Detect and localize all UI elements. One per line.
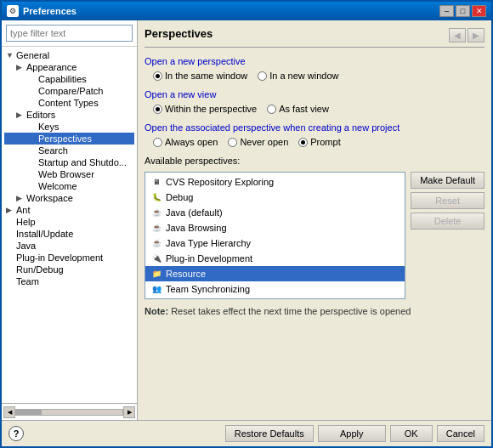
- apply-button[interactable]: Apply: [318, 425, 386, 442]
- list-item-cvs[interactable]: 🖥 CVS Repository Exploring: [145, 174, 405, 190]
- note-section: Note: Reset takes effect the next time t…: [144, 306, 484, 316]
- bottom-left: ?: [8, 426, 24, 441]
- tree-item-appearance[interactable]: ▶ Appearance: [4, 61, 134, 73]
- tree-item-search-label: Search: [38, 145, 68, 156]
- tree-item-editors[interactable]: ▶ Editors: [4, 109, 134, 121]
- radio-prompt-label: Prompt: [310, 137, 340, 147]
- tree-item-content-label: Content Types: [38, 98, 99, 108]
- tree-item-workspace[interactable]: ▶ Workspace: [4, 192, 134, 204]
- debug-icon: 🐛: [150, 191, 162, 203]
- java-label: Java (default): [166, 207, 223, 218]
- nav-arrows: ◀ ▶: [449, 28, 484, 43]
- list-item-plugin-dev[interactable]: 🔌 Plug-in Development: [145, 251, 405, 266]
- radio-always-label: Always open: [165, 137, 218, 147]
- radio-prompt[interactable]: Prompt: [298, 137, 340, 147]
- radio-never-btn[interactable]: [228, 138, 237, 147]
- group2-label: Open a new view: [144, 89, 484, 99]
- radio-within[interactable]: Within the perspective: [153, 104, 257, 114]
- radio-new-window-btn[interactable]: [258, 71, 267, 81]
- ok-button[interactable]: OK: [390, 425, 433, 442]
- tree-item-team[interactable]: Team: [4, 275, 134, 287]
- list-item-java-browsing[interactable]: ☕ Java Browsing: [145, 220, 405, 235]
- tree-item-help[interactable]: Help: [4, 216, 134, 228]
- tree-item-workspace-label: Workspace: [26, 193, 73, 203]
- list-action-buttons: Make Default Reset Delete: [411, 172, 484, 299]
- forward-arrow[interactable]: ▶: [468, 28, 484, 43]
- resource-label: Resource: [166, 269, 206, 279]
- tree-item-appearance-label: Appearance: [26, 62, 76, 72]
- tree-item-web-label: Web Browser: [38, 169, 94, 179]
- list-item-team-sync[interactable]: 👥 Team Synchronizing: [145, 281, 405, 297]
- list-item-resource[interactable]: 📁 Resource: [145, 266, 405, 281]
- left-scrollbar[interactable]: ◀ ▶: [2, 403, 137, 420]
- titlebar: ⚙ Preferences – □ ✕: [2, 2, 491, 20]
- radio-same-window-btn[interactable]: [153, 71, 162, 81]
- radio-never-label: Never open: [240, 137, 288, 147]
- radio-never-open[interactable]: Never open: [228, 137, 288, 147]
- main-content: ▼ General ▶ Appearance Capabilities Comp…: [2, 20, 491, 420]
- tree-item-java[interactable]: Java: [4, 240, 134, 252]
- tree-item-capabilities[interactable]: Capabilities: [4, 73, 134, 85]
- window-title: Preferences: [23, 6, 76, 16]
- list-item-java-hierarchy[interactable]: ☕ Java Type Hierarchy: [145, 235, 405, 251]
- tree-item-compare-patch[interactable]: Compare/Patch: [4, 85, 134, 97]
- tree-item-web-browser[interactable]: Web Browser: [4, 168, 134, 180]
- java-hierarchy-icon: ☕: [150, 237, 162, 249]
- maximize-button[interactable]: □: [456, 5, 470, 17]
- make-default-button[interactable]: Make Default: [411, 172, 484, 189]
- radio-fast-view-btn[interactable]: [267, 105, 276, 114]
- radio-always-btn[interactable]: [153, 138, 162, 147]
- tree: ▼ General ▶ Appearance Capabilities Comp…: [2, 47, 137, 403]
- tree-item-ant-label: Ant: [16, 205, 31, 215]
- resource-icon: 📁: [150, 268, 162, 280]
- help-button[interactable]: ?: [8, 426, 24, 441]
- close-button[interactable]: ✕: [472, 5, 486, 17]
- plugin-dev-label: Plug-in Development: [166, 253, 252, 264]
- tree-item-java-label: Java: [16, 241, 36, 251]
- preferences-window: ⚙ Preferences – □ ✕ ▼ General ▶: [0, 0, 493, 448]
- tree-item-keys-label: Keys: [38, 122, 59, 132]
- group2-radios: Within the perspective As fast view: [153, 104, 484, 114]
- radio-new-window-label: In a new window: [269, 71, 338, 81]
- expand-ant: ▶: [6, 206, 14, 214]
- filter-input[interactable]: [6, 25, 133, 42]
- list-item-java[interactable]: ☕ Java (default): [145, 205, 405, 220]
- radio-fast-view[interactable]: As fast view: [267, 104, 329, 114]
- tree-item-install[interactable]: Install/Update: [4, 228, 134, 240]
- back-arrow[interactable]: ◀: [449, 28, 466, 43]
- tree-item-compare-label: Compare/Patch: [38, 86, 103, 96]
- tree-item-run-label: Run/Debug: [16, 264, 64, 275]
- delete-button[interactable]: Delete: [411, 213, 484, 230]
- tree-item-welcome[interactable]: Welcome: [4, 180, 134, 192]
- tree-item-plugin[interactable]: Plug-in Development: [4, 252, 134, 264]
- tree-item-startup-label: Startup and Shutdo...: [38, 157, 127, 167]
- panel-title: Perspectives: [144, 27, 212, 43]
- radio-within-btn[interactable]: [153, 105, 162, 114]
- group3-label: Open the associated perspective when cre…: [144, 122, 484, 133]
- tree-item-keys[interactable]: Keys: [4, 121, 134, 133]
- tree-item-run-debug[interactable]: Run/Debug: [4, 264, 134, 275]
- radio-same-window[interactable]: In the same window: [153, 71, 247, 81]
- tree-item-general[interactable]: ▼ General: [4, 49, 134, 61]
- restore-defaults-button[interactable]: Restore Defaults: [225, 425, 314, 442]
- java-browsing-icon: ☕: [150, 222, 162, 234]
- radio-prompt-btn[interactable]: [298, 138, 308, 147]
- reset-button[interactable]: Reset: [411, 192, 484, 209]
- tree-item-startup[interactable]: Startup and Shutdo...: [4, 156, 134, 168]
- radio-always-open[interactable]: Always open: [153, 137, 218, 147]
- tree-item-search[interactable]: Search: [4, 145, 134, 156]
- group1-radios: In the same window In a new window: [153, 71, 484, 81]
- radio-new-window[interactable]: In a new window: [258, 71, 338, 81]
- perspectives-list[interactable]: 🖥 CVS Repository Exploring 🐛 Debug ☕ Jav…: [144, 172, 405, 299]
- expand-editors: ▶: [16, 111, 25, 119]
- minimize-button[interactable]: –: [439, 5, 454, 17]
- cancel-button[interactable]: Cancel: [437, 425, 484, 442]
- window-icon: ⚙: [7, 5, 19, 17]
- scroll-right-arrow[interactable]: ▶: [123, 406, 135, 418]
- list-item-debug[interactable]: 🐛 Debug: [145, 190, 405, 205]
- cvs-label: CVS Repository Exploring: [166, 177, 274, 187]
- scroll-left-arrow[interactable]: ◀: [3, 406, 15, 418]
- tree-item-content-types[interactable]: Content Types: [4, 97, 134, 109]
- tree-item-perspectives[interactable]: Perspectives: [4, 133, 134, 145]
- tree-item-ant[interactable]: ▶ Ant: [4, 204, 134, 216]
